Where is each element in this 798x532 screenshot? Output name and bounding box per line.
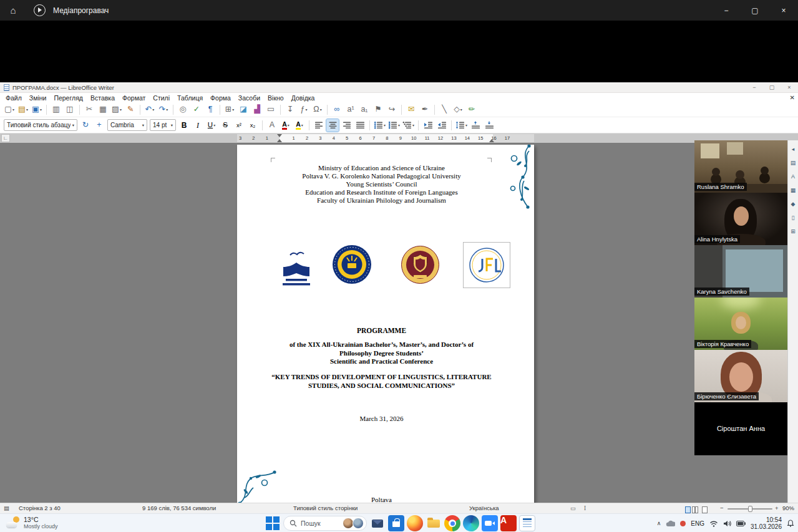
cross-reference-icon[interactable]: ↪ bbox=[386, 104, 398, 116]
bookmark-icon[interactable]: ⚑ bbox=[372, 104, 384, 116]
zoom-in-icon[interactable]: + bbox=[775, 503, 779, 513]
outline-button[interactable]: ▾ bbox=[402, 119, 415, 132]
bullets-button[interactable]: ▾ bbox=[373, 119, 386, 132]
increase-indent-button[interactable] bbox=[422, 119, 434, 132]
home-icon[interactable]: ⌂ bbox=[0, 5, 26, 16]
insert-field-icon[interactable]: ƒ▾ bbox=[298, 104, 310, 116]
update-style-icon[interactable]: ↻ bbox=[79, 119, 92, 132]
participant-tile[interactable]: Вікторія Кравченко bbox=[694, 297, 787, 350]
document-area[interactable]: Ministry of Education and Science of Ukr… bbox=[0, 143, 798, 503]
align-center-button[interactable] bbox=[326, 119, 339, 132]
close-document-icon[interactable]: ✕ bbox=[790, 93, 795, 102]
keyboard-language[interactable]: ENG bbox=[691, 520, 704, 527]
search-highlight-avatar[interactable] bbox=[353, 518, 364, 529]
gallery-icon[interactable]: ▦ bbox=[791, 188, 796, 193]
print-preview-icon[interactable]: ◫ bbox=[64, 104, 76, 116]
participant-tile[interactable]: Ruslana Shramko bbox=[694, 140, 787, 193]
single-page-view-icon[interactable] bbox=[685, 506, 691, 513]
tray-status-icon[interactable] bbox=[680, 521, 686, 526]
font-size-select[interactable]: 14 pt▾ bbox=[150, 119, 176, 131]
writer-maximize-icon[interactable]: ▢ bbox=[763, 82, 781, 92]
writer-minimize-icon[interactable]: − bbox=[746, 82, 763, 92]
acrobat-icon[interactable]: A bbox=[500, 515, 517, 531]
document-header-block[interactable]: Ministry of Education and Science of Ukr… bbox=[237, 164, 526, 205]
zoom-slider[interactable] bbox=[727, 508, 772, 510]
firefox-icon[interactable] bbox=[407, 515, 423, 531]
clone-formatting-icon[interactable]: ✎ bbox=[124, 104, 137, 116]
menu-item-6[interactable]: Таблиця bbox=[173, 94, 207, 102]
bold-button[interactable]: B bbox=[178, 119, 190, 132]
menu-item-5[interactable]: Стилі bbox=[149, 94, 173, 102]
notifications-bell-icon[interactable] bbox=[787, 520, 794, 527]
italic-button[interactable]: I bbox=[192, 119, 204, 132]
writer-close-icon[interactable]: × bbox=[781, 82, 798, 92]
print-icon[interactable]: ▥ bbox=[50, 104, 62, 116]
menu-item-4[interactable]: Формат bbox=[119, 94, 149, 102]
align-right-button[interactable] bbox=[340, 119, 353, 132]
close-icon[interactable]: × bbox=[769, 0, 798, 21]
align-left-button[interactable] bbox=[313, 119, 325, 132]
battery-icon[interactable] bbox=[736, 521, 746, 526]
decrease-indent-button[interactable] bbox=[435, 119, 448, 132]
media-player-icon[interactable] bbox=[34, 4, 46, 16]
document-page[interactable]: Ministry of Education and Science of Ukr… bbox=[237, 145, 534, 503]
status-page-style[interactable]: Типовий стиль сторінки bbox=[293, 503, 358, 513]
book-view-icon[interactable] bbox=[702, 506, 708, 513]
selection-mode-icon[interactable]: ▭ bbox=[570, 503, 576, 513]
cloud-sync-icon[interactable] bbox=[666, 520, 675, 527]
participant-tile[interactable]: Karyna Savchenko bbox=[694, 245, 787, 297]
conference-title-block[interactable]: of the XIX All-Ukrainian Bachelor’s, Mas… bbox=[237, 341, 526, 366]
chrome-icon[interactable] bbox=[444, 515, 460, 531]
draw-functions-icon[interactable]: ✏ bbox=[465, 104, 478, 116]
status-page-count[interactable]: Сторінка 2 з 40 bbox=[19, 503, 61, 513]
redo-icon[interactable]: ↷▾ bbox=[157, 104, 170, 116]
new-style-icon[interactable]: + bbox=[93, 119, 105, 132]
font-name-select[interactable]: Cambria▾ bbox=[107, 119, 147, 131]
maximize-icon[interactable]: ▢ bbox=[741, 0, 769, 21]
find-replace-icon[interactable]: ◎ bbox=[177, 104, 189, 116]
para-space-increase-button[interactable] bbox=[469, 119, 482, 132]
para-space-decrease-button[interactable] bbox=[483, 119, 495, 132]
menu-item-3[interactable]: Вставка bbox=[87, 94, 119, 102]
paragraph-style-select[interactable]: Типовий стиль абзацу▾ bbox=[4, 119, 77, 131]
start-icon[interactable] bbox=[265, 515, 281, 531]
zoom-out-icon[interactable]: − bbox=[720, 503, 724, 513]
paste-icon[interactable]: ▨▾ bbox=[110, 104, 123, 116]
edge-icon[interactable] bbox=[463, 515, 479, 531]
explorer-icon[interactable] bbox=[426, 515, 442, 531]
menu-item-8[interactable]: Засоби bbox=[235, 94, 264, 102]
footnote-icon[interactable]: a¹ bbox=[344, 104, 357, 116]
numbering-button[interactable]: ▾ bbox=[387, 119, 401, 132]
zoom-level[interactable]: 90% bbox=[782, 503, 794, 513]
menu-item-10[interactable]: Довідка bbox=[288, 94, 319, 102]
conference-city[interactable]: Poltava bbox=[237, 496, 526, 503]
basic-shapes-icon[interactable]: ◇▾ bbox=[452, 104, 464, 116]
minimize-icon[interactable]: − bbox=[712, 0, 741, 21]
page-icon[interactable]: ▯ bbox=[792, 215, 795, 221]
menu-item-2[interactable]: Перегляд bbox=[50, 94, 87, 102]
line-icon[interactable]: ╲ bbox=[438, 104, 450, 116]
superscript-button[interactable]: x² bbox=[233, 119, 245, 132]
mail-icon[interactable] bbox=[369, 515, 386, 531]
status-doc-icon[interactable]: ▤ bbox=[4, 503, 9, 513]
insert-mode-icon[interactable]: I bbox=[584, 503, 586, 513]
properties-icon[interactable]: ▤ bbox=[791, 160, 796, 166]
left-indent-marker[interactable] bbox=[277, 139, 282, 142]
store-icon[interactable] bbox=[388, 515, 404, 531]
font-color-button[interactable]: A▾ bbox=[280, 119, 292, 132]
menu-item-0[interactable]: Файл bbox=[2, 94, 26, 102]
ruler[interactable]: ∟ 3211234567891011121314151617 bbox=[0, 133, 798, 143]
taskbar-search[interactable]: Пошук bbox=[283, 516, 367, 531]
insert-textbox-icon[interactable]: ▭ bbox=[265, 104, 277, 116]
programme-title[interactable]: PROGRAMME bbox=[237, 327, 526, 334]
undo-icon[interactable]: ↶▾ bbox=[144, 104, 156, 116]
status-language[interactable]: Українська bbox=[469, 503, 499, 513]
copy-icon[interactable]: ▦ bbox=[97, 104, 109, 116]
zoom-slider-thumb[interactable] bbox=[748, 506, 752, 512]
new-document-icon[interactable]: ▢▾ bbox=[3, 104, 16, 116]
participant-tile[interactable]: Бірюченко Єлизавета bbox=[694, 350, 787, 402]
page-break-icon[interactable]: ↧ bbox=[284, 104, 296, 116]
cut-icon[interactable]: ✂ bbox=[83, 104, 95, 116]
line-spacing-button[interactable]: ▾ bbox=[455, 119, 468, 132]
navigator-icon[interactable]: ◆ bbox=[791, 201, 796, 207]
